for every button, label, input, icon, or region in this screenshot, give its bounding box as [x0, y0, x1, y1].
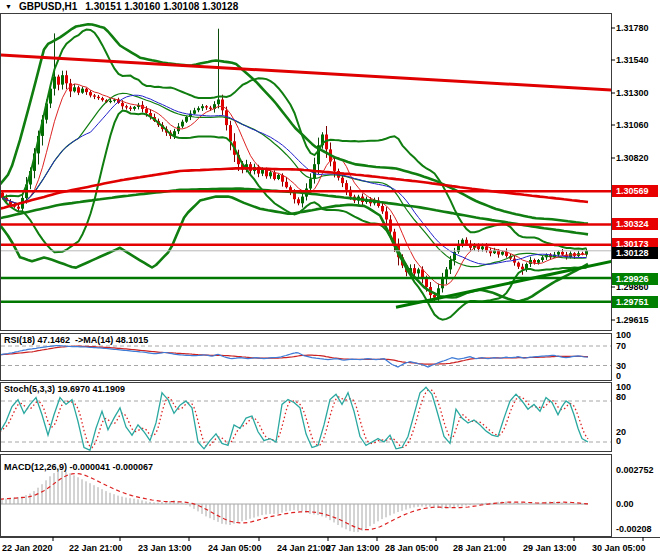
time-tick-label: 30 Jan 05:00: [592, 543, 646, 553]
price-tick-label: 1.31300: [616, 88, 649, 99]
price-tick-label: 1.30820: [616, 153, 649, 164]
ohlc-values: 1.30151 1.30160 1.30108 1.30128: [85, 1, 238, 12]
macd-scale-label: -0.00208: [616, 524, 652, 535]
time-tick-label: 22 Jan 2020: [2, 543, 53, 553]
symbol-period-label: GBPUSD,H1: [19, 1, 77, 12]
price-badge-black: 1.30128: [612, 247, 658, 259]
macd-scale-label: 0.00: [616, 499, 634, 510]
time-tick-label: 24 Jan 05:00: [208, 543, 262, 553]
rsi-scale-label: 0: [616, 371, 621, 382]
price-badge-green: 1.29926: [612, 273, 658, 285]
price-badge-red: 1.30324: [612, 218, 658, 230]
price-tick-label: 1.31060: [616, 120, 649, 131]
time-tick-label: 23 Jan 13:00: [138, 543, 192, 553]
time-tick-label: 29 Jan 13:00: [523, 543, 577, 553]
time-tick-label: 28 Jan 05:00: [385, 543, 439, 553]
main-chart-pane[interactable]: [0, 13, 612, 331]
price-axis[interactable]: [612, 0, 660, 537]
time-tick-label: 27 Jan 13:00: [326, 543, 380, 553]
time-tick-label: 24 Jan 21:00: [277, 543, 331, 553]
chart-dropdown-icon[interactable]: ▼: [5, 3, 12, 10]
stoch-scale-label: 80: [616, 392, 626, 403]
time-tick-label: 28 Jan 21:00: [453, 543, 507, 553]
rsi-scale-label: 70: [616, 341, 626, 352]
price-badge-green: 1.29751: [612, 296, 658, 308]
stoch-scale-label: 0: [616, 436, 621, 447]
chart-window: ▼GBPUSD,H11.30151 1.30160 1.30108 1.3012…: [0, 0, 660, 560]
time-tick-label: 22 Jan 21:00: [69, 543, 123, 553]
rsi-label: RSI(18) 47.1462 ->MA(14) 48.1015: [4, 335, 148, 346]
macd-label: MACD(12,26,9) -0.000041 -0.000067: [4, 462, 153, 473]
macd-scale-label: 0.002752: [616, 465, 654, 476]
price-tick-label: 1.31780: [616, 23, 649, 34]
rsi-scale-label: 100: [616, 330, 631, 341]
chart-title: ▼GBPUSD,H11.30151 1.30160 1.30108 1.3012…: [5, 1, 238, 13]
stoch-label: Stoch(5,3,3) 19.6970 41.1909: [4, 384, 125, 395]
price-badge-red: 1.30569: [612, 185, 658, 197]
price-tick-label: 1.31540: [616, 55, 649, 66]
price-tick-label: 1.29615: [616, 315, 649, 326]
